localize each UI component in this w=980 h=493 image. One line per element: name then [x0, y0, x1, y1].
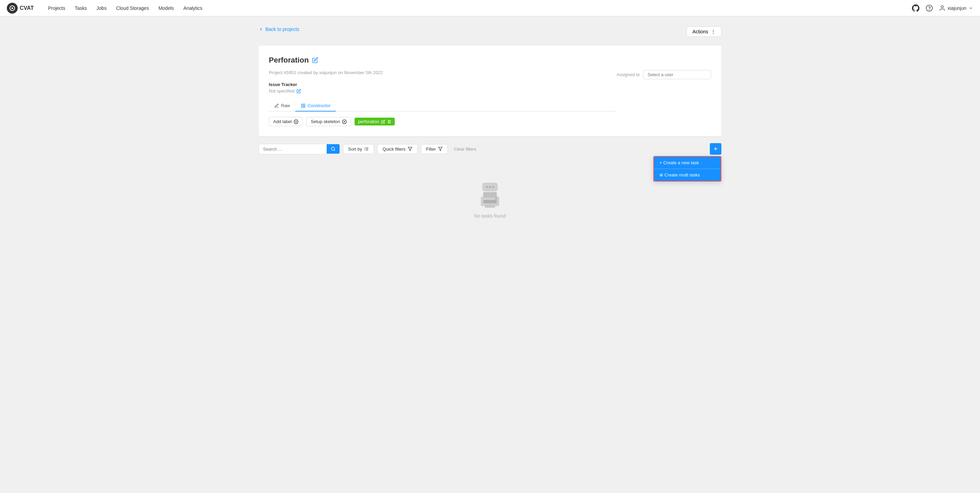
svg-point-29: [492, 186, 494, 188]
quick-filters-button[interactable]: Quick filters: [377, 144, 417, 154]
sort-by-button[interactable]: Sort by: [343, 144, 374, 154]
search-box: [259, 144, 340, 154]
logo-icon: [7, 3, 18, 14]
page-header: Back to projects Actions ⋮: [259, 27, 721, 39]
issue-tracker-label: Issue Tracker: [269, 82, 617, 87]
actions-area: Actions ⋮: [687, 27, 721, 37]
nav-analytics[interactable]: Analytics: [179, 3, 207, 13]
github-icon[interactable]: [912, 4, 920, 12]
clear-filters-button[interactable]: Clear filters: [451, 144, 479, 154]
search-icon: [331, 147, 336, 151]
search-input[interactable]: [259, 144, 327, 154]
username: xiajunjun: [948, 5, 966, 11]
quick-filters-label: Quick filters: [382, 147, 406, 152]
svg-point-5: [941, 5, 943, 8]
assigned-to-section: Assigned to: [617, 70, 711, 79]
logo[interactable]: CVAT: [7, 3, 34, 14]
nav-jobs[interactable]: Jobs: [92, 3, 111, 13]
setup-skeleton-text: Setup skeleton: [311, 119, 340, 124]
search-filter-bar: Sort by Quick filters Filter Clear filte…: [259, 143, 721, 155]
project-title-row: Perforation: [269, 56, 711, 65]
add-label-plus-icon: [294, 119, 298, 124]
svg-rect-32: [483, 192, 497, 198]
project-card: Perforation Project #5953 created by xia…: [259, 46, 721, 136]
nav-links: Projects Tasks Jobs Cloud Storages Model…: [44, 3, 912, 13]
user-icon: [939, 5, 946, 11]
empty-state: No tasks found: [259, 162, 721, 239]
svg-rect-7: [304, 104, 305, 105]
setup-skeleton-plus-icon: [342, 119, 347, 124]
tab-raw[interactable]: Raw: [269, 100, 295, 111]
create-new-task-label: + Create a new task: [659, 160, 699, 165]
actions-label: Actions: [692, 29, 708, 34]
svg-rect-31: [483, 200, 497, 203]
badge-delete-icon[interactable]: [387, 120, 391, 124]
label-tabs: Raw Constructor: [269, 100, 617, 111]
svg-marker-25: [438, 147, 442, 151]
assigned-to-label: Assigned to: [617, 72, 640, 77]
svg-rect-9: [301, 106, 303, 108]
svg-point-27: [486, 186, 488, 188]
empty-state-illustration: [476, 182, 504, 209]
svg-point-34: [495, 198, 497, 200]
label-row: Add label Setup skeleton: [269, 117, 617, 126]
assign-user-input[interactable]: [643, 70, 711, 79]
create-multi-tasks-item[interactable]: ⊕ Create multi tasks: [654, 169, 721, 181]
grid-icon: [301, 103, 305, 108]
back-to-projects-link[interactable]: Back to projects: [259, 27, 299, 32]
setup-skeleton-button[interactable]: Setup skeleton: [306, 117, 351, 126]
label-badge-text: perforation: [358, 119, 379, 124]
tab-constructor-label: Constructor: [308, 103, 331, 108]
back-arrow-icon: [259, 27, 263, 32]
svg-rect-6: [301, 104, 303, 105]
sort-by-label: Sort by: [348, 147, 362, 152]
add-task-button[interactable]: +: [710, 143, 721, 155]
project-edit-icon[interactable]: [312, 57, 318, 63]
actions-button[interactable]: Actions ⋮: [687, 27, 721, 37]
create-new-task-item[interactable]: + Create a new task: [654, 157, 721, 169]
nav-models[interactable]: Models: [154, 3, 178, 13]
sort-icon: [364, 147, 369, 151]
user-menu[interactable]: xiajunjun: [939, 5, 973, 11]
project-left: Project #5953 created by xiajunjun on No…: [269, 70, 617, 126]
project-title: Perforation: [269, 56, 309, 65]
add-label-text: Add label: [273, 119, 292, 124]
svg-point-16: [331, 147, 334, 150]
logo-text: CVAT: [20, 5, 34, 11]
svg-rect-8: [304, 106, 305, 108]
create-task-dropdown: + Create a new task ⊕ Create multi tasks: [653, 156, 721, 182]
project-body: Project #5953 created by xiajunjun on No…: [269, 70, 711, 126]
tab-raw-label: Raw: [281, 103, 290, 108]
filter-label: Filter: [426, 147, 436, 152]
search-button[interactable]: [327, 144, 340, 154]
nav-projects[interactable]: Projects: [44, 3, 69, 13]
empty-state-text: No tasks found: [474, 213, 506, 219]
nav-cloud-storages[interactable]: Cloud Storages: [112, 3, 153, 13]
create-multi-tasks-label: ⊕ Create multi tasks: [659, 173, 700, 178]
svg-point-2: [11, 7, 13, 9]
filter-button[interactable]: Filter: [421, 144, 448, 154]
add-label-button[interactable]: Add label: [269, 117, 303, 126]
navbar: CVAT Projects Tasks Jobs Cloud Storages …: [0, 0, 980, 16]
pencil-icon: [274, 103, 279, 108]
project-meta: Project #5953 created by xiajunjun on No…: [269, 70, 617, 75]
add-task-area: + + Create a new task ⊕ Create multi tas…: [710, 143, 721, 155]
issue-tracker-value: Not specified: [269, 89, 617, 94]
svg-point-28: [489, 186, 491, 188]
svg-line-17: [334, 150, 335, 151]
empty-printer-icon: [478, 190, 502, 209]
chevron-down-icon: [969, 6, 973, 11]
badge-edit-icon[interactable]: [381, 120, 385, 124]
add-task-plus: +: [714, 145, 718, 153]
navbar-right: xiajunjun: [912, 4, 973, 12]
help-icon[interactable]: [925, 4, 933, 12]
nav-tasks[interactable]: Tasks: [71, 3, 91, 13]
svg-rect-33: [485, 204, 495, 208]
issue-tracker-edit-icon[interactable]: [296, 89, 301, 94]
filter-icon: [438, 147, 443, 151]
tab-constructor[interactable]: Constructor: [295, 100, 336, 111]
quick-filter-icon: [408, 147, 412, 151]
actions-dots: ⋮: [711, 29, 716, 34]
main-content: Back to projects Actions ⋮ Perforation P…: [252, 16, 728, 249]
label-badge-perforation: perforation: [355, 117, 395, 125]
